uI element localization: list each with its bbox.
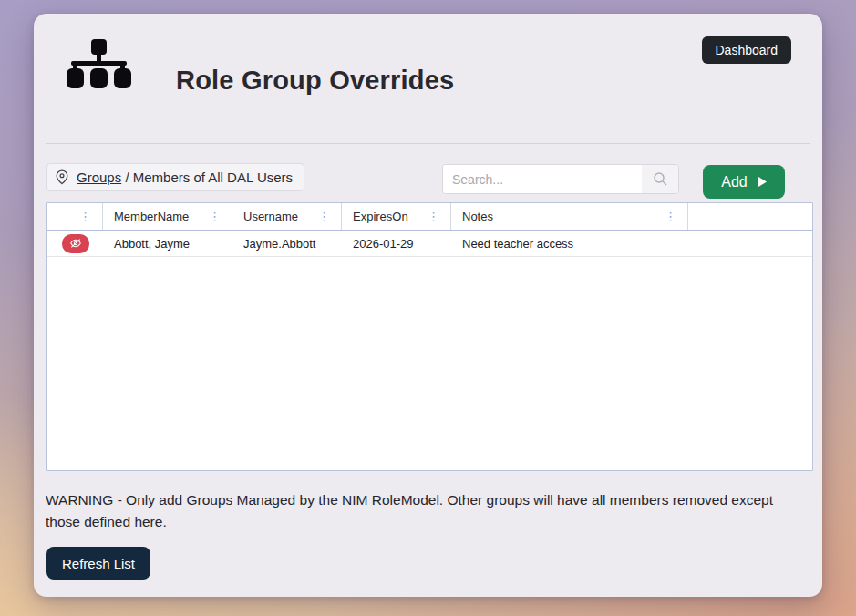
table-header-row: ⋮ MemberName ⋮ Username ⋮ ExpiresOn ⋮ No… [47, 203, 812, 231]
org-chart-icon [66, 39, 135, 94]
column-header-notes: Notes ⋮ [451, 203, 688, 230]
notes-cell: Need teacher access [451, 231, 688, 256]
dashboard-button[interactable]: Dashboard [702, 36, 792, 64]
breadcrumb: Groups / Members of All DAL Users [46, 163, 304, 191]
column-header-membername: MemberName ⋮ [103, 203, 232, 230]
location-pin-icon [55, 169, 69, 185]
overrides-table: ⋮ MemberName ⋮ Username ⋮ ExpiresOn ⋮ No… [46, 202, 813, 471]
column-menu-icon[interactable]: ⋮ [77, 210, 93, 222]
column-header-actions: ⋮ [47, 203, 103, 230]
column-menu-icon[interactable]: ⋮ [426, 210, 441, 222]
row-action-cell [47, 231, 103, 256]
member-name-cell: Abbott, Jayme [103, 231, 232, 256]
hide-member-button[interactable] [62, 234, 89, 253]
table-row[interactable]: Abbott, Jayme Jayme.Abbott 2026-01-29 Ne… [47, 231, 812, 257]
search-icon [653, 171, 668, 187]
column-menu-icon[interactable]: ⋮ [316, 210, 332, 222]
chevron-right-icon [758, 177, 767, 187]
warning-text: WARNING - Only add Groups Managed by the… [46, 489, 810, 533]
empty-cell [688, 231, 812, 256]
breadcrumb-link-groups[interactable]: Groups [77, 169, 121, 185]
column-menu-icon[interactable]: ⋮ [663, 210, 678, 222]
expires-on-cell: 2026-01-29 [342, 231, 451, 256]
search-button[interactable] [642, 165, 678, 193]
search-group [442, 164, 679, 194]
column-header-username: Username ⋮ [232, 203, 342, 230]
username-cell: Jayme.Abbott [232, 231, 342, 256]
eye-slash-icon [69, 238, 82, 249]
breadcrumb-current: Members of All DAL Users [133, 169, 293, 185]
breadcrumb-separator: / [125, 169, 129, 185]
add-button[interactable]: Add [703, 165, 785, 199]
page-title: Role Group Overrides [176, 66, 454, 96]
refresh-list-button[interactable]: Refresh List [46, 547, 150, 580]
search-input[interactable] [443, 165, 642, 193]
column-header-empty [688, 203, 812, 230]
column-header-expireson: ExpiresOn ⋮ [342, 203, 451, 230]
add-button-label: Add [721, 174, 747, 190]
column-menu-icon[interactable]: ⋮ [207, 210, 222, 222]
header-divider [46, 143, 810, 144]
main-card: Role Group Overrides Dashboard Groups / … [34, 14, 822, 597]
